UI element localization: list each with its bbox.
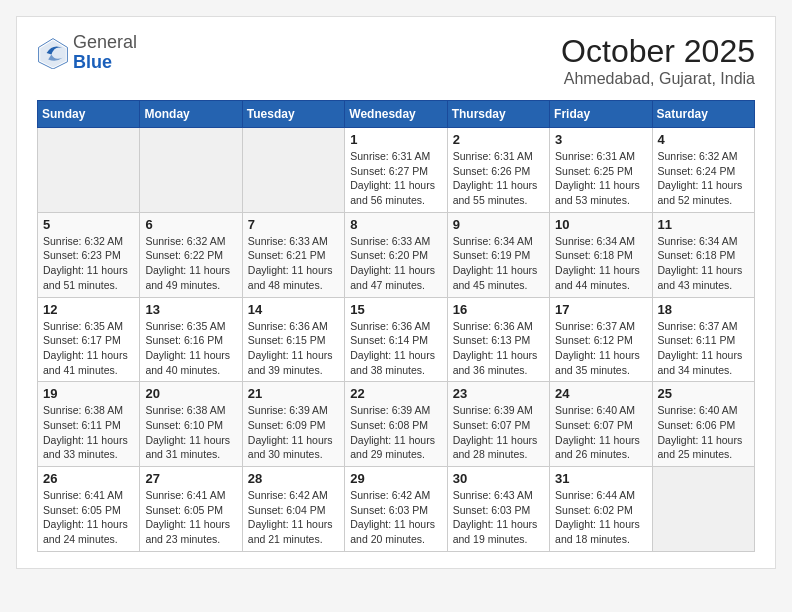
day-number: 5 <box>43 217 134 232</box>
calendar-table: SundayMondayTuesdayWednesdayThursdayFrid… <box>37 100 755 552</box>
day-info: Sunrise: 6:38 AMSunset: 6:11 PMDaylight:… <box>43 403 134 462</box>
calendar-cell: 6Sunrise: 6:32 AMSunset: 6:22 PMDaylight… <box>140 212 242 297</box>
day-number: 30 <box>453 471 544 486</box>
calendar-cell: 23Sunrise: 6:39 AMSunset: 6:07 PMDayligh… <box>447 382 549 467</box>
day-number: 14 <box>248 302 339 317</box>
calendar-cell: 20Sunrise: 6:38 AMSunset: 6:10 PMDayligh… <box>140 382 242 467</box>
calendar-cell: 28Sunrise: 6:42 AMSunset: 6:04 PMDayligh… <box>242 467 344 552</box>
page-header: General Blue October 2025 Ahmedabad, Guj… <box>37 33 755 88</box>
day-number: 29 <box>350 471 441 486</box>
weekday-header-friday: Friday <box>550 101 652 128</box>
calendar-cell: 31Sunrise: 6:44 AMSunset: 6:02 PMDayligh… <box>550 467 652 552</box>
weekday-header-saturday: Saturday <box>652 101 754 128</box>
day-number: 17 <box>555 302 646 317</box>
day-info: Sunrise: 6:36 AMSunset: 6:14 PMDaylight:… <box>350 319 441 378</box>
day-info: Sunrise: 6:41 AMSunset: 6:05 PMDaylight:… <box>43 488 134 547</box>
day-number: 13 <box>145 302 236 317</box>
calendar-cell: 25Sunrise: 6:40 AMSunset: 6:06 PMDayligh… <box>652 382 754 467</box>
calendar-cell: 15Sunrise: 6:36 AMSunset: 6:14 PMDayligh… <box>345 297 447 382</box>
day-info: Sunrise: 6:37 AMSunset: 6:11 PMDaylight:… <box>658 319 749 378</box>
calendar-cell: 14Sunrise: 6:36 AMSunset: 6:15 PMDayligh… <box>242 297 344 382</box>
day-info: Sunrise: 6:39 AMSunset: 6:08 PMDaylight:… <box>350 403 441 462</box>
calendar-cell: 13Sunrise: 6:35 AMSunset: 6:16 PMDayligh… <box>140 297 242 382</box>
calendar-cell: 1Sunrise: 6:31 AMSunset: 6:27 PMDaylight… <box>345 128 447 213</box>
weekday-header-thursday: Thursday <box>447 101 549 128</box>
day-info: Sunrise: 6:40 AMSunset: 6:07 PMDaylight:… <box>555 403 646 462</box>
day-info: Sunrise: 6:35 AMSunset: 6:17 PMDaylight:… <box>43 319 134 378</box>
calendar-cell: 19Sunrise: 6:38 AMSunset: 6:11 PMDayligh… <box>38 382 140 467</box>
day-info: Sunrise: 6:44 AMSunset: 6:02 PMDaylight:… <box>555 488 646 547</box>
calendar-cell: 22Sunrise: 6:39 AMSunset: 6:08 PMDayligh… <box>345 382 447 467</box>
day-info: Sunrise: 6:39 AMSunset: 6:07 PMDaylight:… <box>453 403 544 462</box>
calendar-cell: 24Sunrise: 6:40 AMSunset: 6:07 PMDayligh… <box>550 382 652 467</box>
day-info: Sunrise: 6:31 AMSunset: 6:27 PMDaylight:… <box>350 149 441 208</box>
day-number: 20 <box>145 386 236 401</box>
calendar-cell: 4Sunrise: 6:32 AMSunset: 6:24 PMDaylight… <box>652 128 754 213</box>
day-info: Sunrise: 6:34 AMSunset: 6:18 PMDaylight:… <box>658 234 749 293</box>
calendar-cell <box>242 128 344 213</box>
day-info: Sunrise: 6:33 AMSunset: 6:20 PMDaylight:… <box>350 234 441 293</box>
day-info: Sunrise: 6:38 AMSunset: 6:10 PMDaylight:… <box>145 403 236 462</box>
logo: General Blue <box>37 33 137 73</box>
calendar-cell <box>38 128 140 213</box>
day-number: 24 <box>555 386 646 401</box>
calendar-cell: 16Sunrise: 6:36 AMSunset: 6:13 PMDayligh… <box>447 297 549 382</box>
location: Ahmedabad, Gujarat, India <box>561 70 755 88</box>
weekday-header-wednesday: Wednesday <box>345 101 447 128</box>
day-info: Sunrise: 6:41 AMSunset: 6:05 PMDaylight:… <box>145 488 236 547</box>
day-number: 2 <box>453 132 544 147</box>
day-number: 21 <box>248 386 339 401</box>
calendar-cell: 27Sunrise: 6:41 AMSunset: 6:05 PMDayligh… <box>140 467 242 552</box>
day-number: 1 <box>350 132 441 147</box>
day-info: Sunrise: 6:43 AMSunset: 6:03 PMDaylight:… <box>453 488 544 547</box>
day-info: Sunrise: 6:39 AMSunset: 6:09 PMDaylight:… <box>248 403 339 462</box>
day-info: Sunrise: 6:31 AMSunset: 6:26 PMDaylight:… <box>453 149 544 208</box>
calendar-cell: 11Sunrise: 6:34 AMSunset: 6:18 PMDayligh… <box>652 212 754 297</box>
calendar-cell: 12Sunrise: 6:35 AMSunset: 6:17 PMDayligh… <box>38 297 140 382</box>
day-info: Sunrise: 6:37 AMSunset: 6:12 PMDaylight:… <box>555 319 646 378</box>
calendar-cell <box>140 128 242 213</box>
day-number: 26 <box>43 471 134 486</box>
title-block: October 2025 Ahmedabad, Gujarat, India <box>561 33 755 88</box>
day-number: 15 <box>350 302 441 317</box>
day-number: 25 <box>658 386 749 401</box>
calendar-cell: 29Sunrise: 6:42 AMSunset: 6:03 PMDayligh… <box>345 467 447 552</box>
day-info: Sunrise: 6:31 AMSunset: 6:25 PMDaylight:… <box>555 149 646 208</box>
day-info: Sunrise: 6:42 AMSunset: 6:04 PMDaylight:… <box>248 488 339 547</box>
day-number: 18 <box>658 302 749 317</box>
day-info: Sunrise: 6:40 AMSunset: 6:06 PMDaylight:… <box>658 403 749 462</box>
day-number: 10 <box>555 217 646 232</box>
day-number: 3 <box>555 132 646 147</box>
day-number: 11 <box>658 217 749 232</box>
day-info: Sunrise: 6:34 AMSunset: 6:19 PMDaylight:… <box>453 234 544 293</box>
weekday-header-tuesday: Tuesday <box>242 101 344 128</box>
day-number: 19 <box>43 386 134 401</box>
weekday-header-sunday: Sunday <box>38 101 140 128</box>
calendar-cell <box>652 467 754 552</box>
calendar-cell: 21Sunrise: 6:39 AMSunset: 6:09 PMDayligh… <box>242 382 344 467</box>
day-info: Sunrise: 6:32 AMSunset: 6:24 PMDaylight:… <box>658 149 749 208</box>
calendar-cell: 2Sunrise: 6:31 AMSunset: 6:26 PMDaylight… <box>447 128 549 213</box>
day-number: 27 <box>145 471 236 486</box>
day-info: Sunrise: 6:32 AMSunset: 6:22 PMDaylight:… <box>145 234 236 293</box>
calendar-cell: 30Sunrise: 6:43 AMSunset: 6:03 PMDayligh… <box>447 467 549 552</box>
day-number: 4 <box>658 132 749 147</box>
calendar-cell: 9Sunrise: 6:34 AMSunset: 6:19 PMDaylight… <box>447 212 549 297</box>
day-number: 16 <box>453 302 544 317</box>
logo-icon <box>37 37 69 69</box>
day-info: Sunrise: 6:42 AMSunset: 6:03 PMDaylight:… <box>350 488 441 547</box>
weekday-header-monday: Monday <box>140 101 242 128</box>
calendar-cell: 8Sunrise: 6:33 AMSunset: 6:20 PMDaylight… <box>345 212 447 297</box>
day-info: Sunrise: 6:35 AMSunset: 6:16 PMDaylight:… <box>145 319 236 378</box>
day-number: 7 <box>248 217 339 232</box>
calendar-cell: 7Sunrise: 6:33 AMSunset: 6:21 PMDaylight… <box>242 212 344 297</box>
day-info: Sunrise: 6:34 AMSunset: 6:18 PMDaylight:… <box>555 234 646 293</box>
day-number: 12 <box>43 302 134 317</box>
calendar-cell: 3Sunrise: 6:31 AMSunset: 6:25 PMDaylight… <box>550 128 652 213</box>
calendar-cell: 17Sunrise: 6:37 AMSunset: 6:12 PMDayligh… <box>550 297 652 382</box>
day-number: 23 <box>453 386 544 401</box>
calendar-cell: 10Sunrise: 6:34 AMSunset: 6:18 PMDayligh… <box>550 212 652 297</box>
day-number: 9 <box>453 217 544 232</box>
day-number: 31 <box>555 471 646 486</box>
day-number: 8 <box>350 217 441 232</box>
